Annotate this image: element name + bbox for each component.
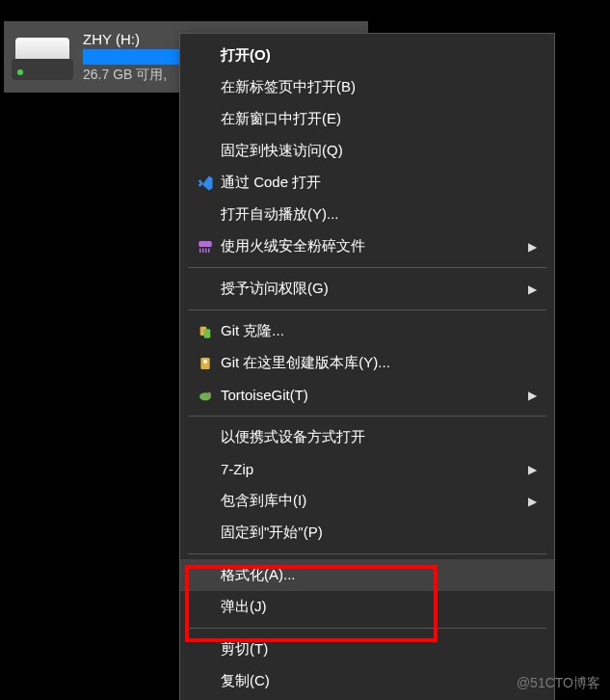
menu-label: 固定到"开始"(P) [221, 524, 537, 542]
submenu-arrow-icon: ▶ [528, 240, 537, 254]
submenu-arrow-icon: ▶ [528, 283, 537, 296]
menu-open[interactable]: 打开(O) [180, 40, 554, 71]
menu-eject[interactable]: 弹出(J) [180, 591, 554, 623]
svg-point-4 [203, 360, 207, 363]
hard-drive-icon [12, 34, 73, 80]
menu-label: 授予访问权限(G) [221, 280, 528, 298]
menu-label: 复制(C) [221, 672, 537, 690]
context-menu: 打开(O) 在新标签页中打开(B) 在新窗口中打开(E) 固定到快速访问(Q) … [179, 33, 555, 700]
menu-separator [188, 267, 546, 268]
menu-label: 7-Zip [221, 461, 528, 477]
menu-git-clone[interactable]: Git 克隆... [180, 315, 554, 347]
menu-label: 通过 Code 打开 [221, 174, 537, 192]
svg-point-6 [207, 391, 211, 395]
menu-copy[interactable]: 复制(C) [180, 665, 554, 697]
menu-label: 弹出(J) [221, 598, 537, 616]
menu-label: 使用火绒安全粉碎文件 [221, 237, 528, 256]
svg-rect-0 [199, 241, 212, 247]
menu-separator [188, 553, 546, 554]
tortoisegit-icon [190, 388, 221, 403]
menu-open-new-window[interactable]: 在新窗口中打开(E) [180, 103, 554, 135]
menu-pin-start[interactable]: 固定到"开始"(P) [180, 517, 554, 549]
menu-open-label: 打开(O) [221, 46, 537, 65]
menu-label: 打开自动播放(Y)... [221, 205, 537, 224]
submenu-arrow-icon: ▶ [528, 463, 537, 476]
menu-separator [188, 628, 546, 629]
menu-autoplay[interactable]: 打开自动播放(Y)... [180, 199, 554, 230]
menu-separator [188, 310, 546, 310]
menu-label: 以便携式设备方式打开 [221, 428, 537, 446]
menu-7zip[interactable]: 7-Zip ▶ [180, 453, 554, 485]
shredder-icon [190, 238, 221, 256]
menu-grant-access[interactable]: 授予访问权限(G) ▶ [180, 273, 554, 305]
vscode-icon [190, 175, 221, 192]
watermark: @51CTO博客 [517, 675, 600, 692]
menu-huorong-shred[interactable]: 使用火绒安全粉碎文件 ▶ [180, 230, 554, 262]
submenu-arrow-icon: ▶ [528, 389, 537, 402]
menu-label: TortoiseGit(T) [221, 387, 528, 403]
menu-label: 包含到库中(I) [221, 492, 528, 510]
menu-label: 在新窗口中打开(E) [221, 110, 537, 128]
menu-git-create-repo[interactable]: Git 在这里创建版本库(Y)... [180, 347, 554, 379]
menu-label: 在新标签页中打开(B) [221, 78, 537, 96]
menu-pin-quick-access[interactable]: 固定到快速访问(Q) [180, 135, 554, 167]
git-repo-icon [190, 356, 221, 371]
menu-open-new-tab[interactable]: 在新标签页中打开(B) [180, 71, 554, 103]
menu-label: Git 克隆... [221, 322, 537, 340]
menu-label: 格式化(A)... [221, 566, 537, 584]
menu-tortoisegit[interactable]: TortoiseGit(T) ▶ [180, 379, 554, 411]
menu-format[interactable]: 格式化(A)... [180, 559, 554, 591]
submenu-arrow-icon: ▶ [528, 495, 537, 508]
menu-open-with-code[interactable]: 通过 Code 打开 [180, 167, 554, 199]
menu-label: Git 在这里创建版本库(Y)... [221, 354, 537, 372]
git-clone-icon [190, 324, 221, 339]
menu-include-library[interactable]: 包含到库中(I) ▶ [180, 485, 554, 517]
svg-rect-2 [204, 329, 211, 337]
menu-label: 剪切(T) [221, 640, 537, 659]
menu-label: 固定到快速访问(Q) [221, 142, 537, 160]
menu-cut[interactable]: 剪切(T) [180, 633, 554, 665]
menu-separator [188, 416, 546, 417]
menu-open-portable[interactable]: 以便携式设备方式打开 [180, 421, 554, 453]
